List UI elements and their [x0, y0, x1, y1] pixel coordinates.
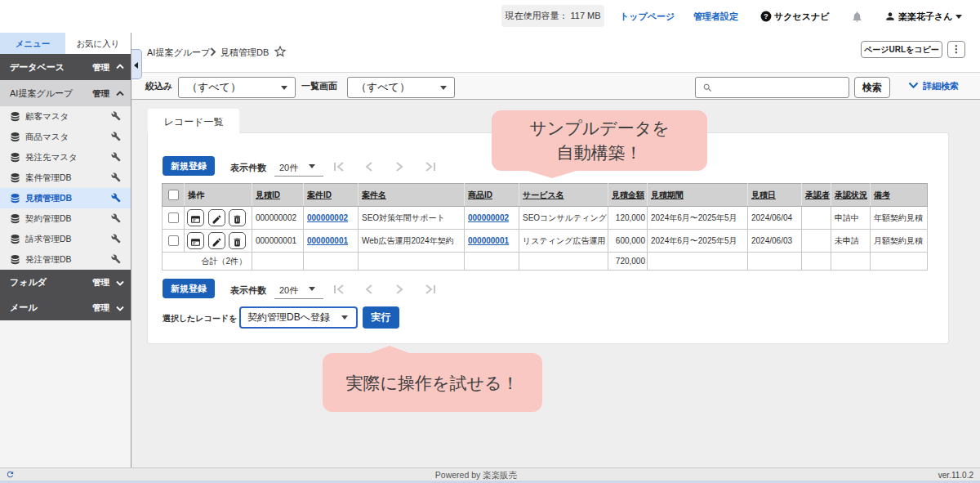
svg-text:?: ?: [764, 12, 768, 20]
